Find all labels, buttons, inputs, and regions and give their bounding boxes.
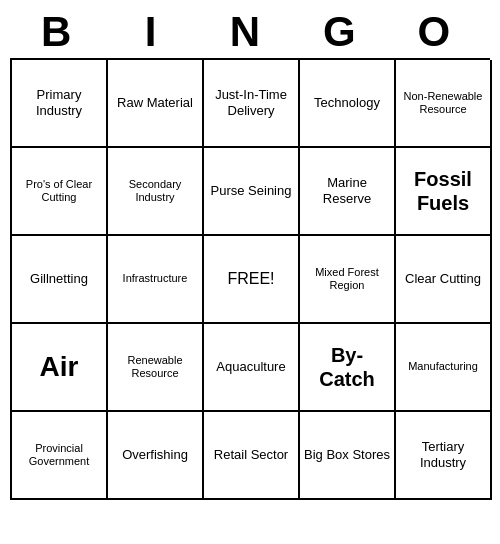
bingo-card: BINGO Primary IndustryRaw MaterialJust-I…: [10, 8, 490, 500]
bingo-cell: Gillnetting: [12, 236, 108, 324]
title-letter: I: [112, 8, 200, 56]
title-letter: G: [300, 8, 388, 56]
bingo-cell: Tertiary Industry: [396, 412, 492, 500]
bingo-cell: Just-In-Time Delivery: [204, 60, 300, 148]
bingo-cell: Overfishing: [108, 412, 204, 500]
bingo-cell: Pro's of Clear Cutting: [12, 148, 108, 236]
bingo-cell: Aquaculture: [204, 324, 300, 412]
bingo-cell: Technology: [300, 60, 396, 148]
bingo-cell: Marine Reserve: [300, 148, 396, 236]
bingo-title: BINGO: [10, 8, 490, 56]
bingo-cell: Secondary Industry: [108, 148, 204, 236]
bingo-cell: Big Box Stores: [300, 412, 396, 500]
bingo-cell: FREE!: [204, 236, 300, 324]
bingo-cell: Provincial Government: [12, 412, 108, 500]
bingo-cell: Air: [12, 324, 108, 412]
title-letter: N: [206, 8, 294, 56]
bingo-cell: Primary Industry: [12, 60, 108, 148]
bingo-cell: Fossil Fuels: [396, 148, 492, 236]
bingo-cell: By-Catch: [300, 324, 396, 412]
bingo-cell: Non-Renewable Resource: [396, 60, 492, 148]
bingo-cell: Retail Sector: [204, 412, 300, 500]
bingo-grid: Primary IndustryRaw MaterialJust-In-Time…: [10, 58, 490, 500]
bingo-cell: Clear Cutting: [396, 236, 492, 324]
bingo-cell: Manufacturing: [396, 324, 492, 412]
title-letter: B: [17, 8, 105, 56]
title-letter: O: [395, 8, 483, 56]
bingo-cell: Renewable Resource: [108, 324, 204, 412]
bingo-cell: Raw Material: [108, 60, 204, 148]
bingo-cell: Mixed Forest Region: [300, 236, 396, 324]
bingo-cell: Purse Seining: [204, 148, 300, 236]
bingo-cell: Infrastructure: [108, 236, 204, 324]
